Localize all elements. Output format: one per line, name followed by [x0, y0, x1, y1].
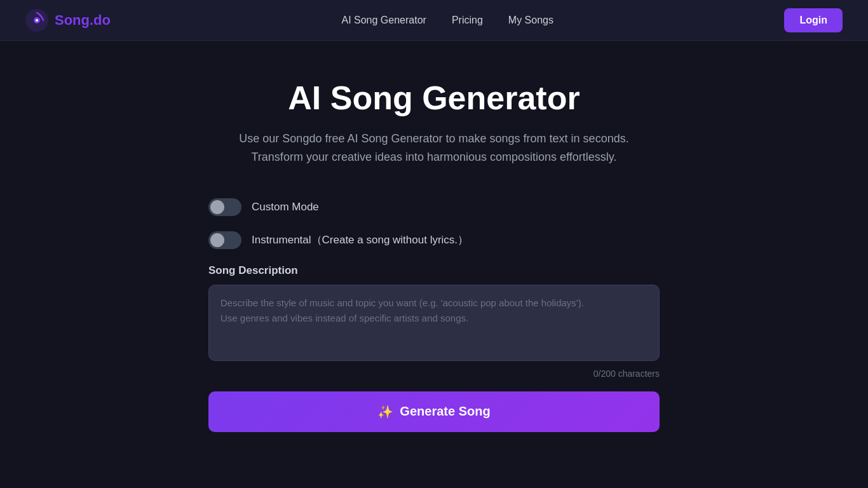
- instrumental-label: Instrumental（Create a song without lyric…: [252, 233, 468, 247]
- login-button[interactable]: Login: [784, 8, 843, 32]
- generate-btn-label: Generate Song: [400, 404, 490, 419]
- generate-song-button[interactable]: ✨ Generate Song: [208, 391, 660, 432]
- instrumental-slider: [208, 231, 241, 249]
- main-nav: AI Song Generator Pricing My Songs: [341, 15, 553, 26]
- logo-suffix: .do: [90, 12, 111, 28]
- custom-mode-label: Custom Mode: [252, 201, 319, 214]
- logo-icon: [25, 9, 48, 32]
- page-subtitle: Use our Songdo free AI Song Generator to…: [239, 130, 628, 166]
- char-count: 0/200 characters: [208, 369, 660, 379]
- logo-name: Song: [55, 12, 90, 28]
- generate-sparkle-icon: ✨: [377, 404, 393, 419]
- song-description-label: Song Description: [208, 264, 660, 277]
- song-description-textarea[interactable]: [208, 285, 660, 361]
- nav-pricing[interactable]: Pricing: [452, 15, 483, 26]
- logo[interactable]: Song.do: [25, 9, 111, 32]
- page-title: AI Song Generator: [288, 79, 580, 117]
- svg-point-2: [36, 19, 38, 22]
- logo-text: Song.do: [55, 12, 111, 29]
- custom-mode-row: Custom Mode: [208, 198, 660, 216]
- nav-my-songs[interactable]: My Songs: [508, 15, 553, 26]
- custom-mode-slider: [208, 198, 241, 216]
- instrumental-row: Instrumental（Create a song without lyric…: [208, 231, 660, 249]
- form-container: Custom Mode Instrumental（Create a song w…: [208, 198, 660, 432]
- custom-mode-toggle[interactable]: [208, 198, 241, 216]
- instrumental-toggle[interactable]: [208, 231, 241, 249]
- nav-ai-song-generator[interactable]: AI Song Generator: [341, 15, 426, 26]
